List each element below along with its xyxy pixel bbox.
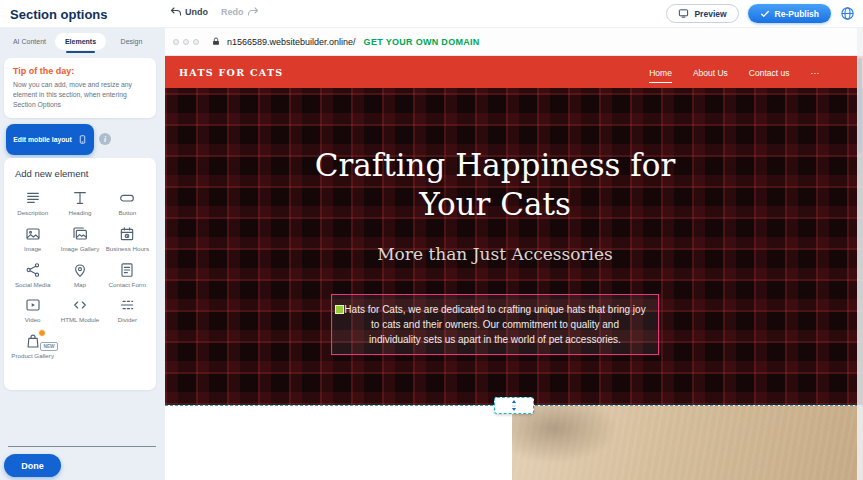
redo-button[interactable]: Redo	[221, 6, 259, 18]
info-icon[interactable]: i	[99, 133, 111, 145]
sidebar-divider	[8, 446, 156, 447]
undo-label: Undo	[185, 7, 208, 17]
button-icon	[119, 190, 135, 206]
republish-label: Re-Publish	[775, 9, 819, 19]
hero-text-element-selected[interactable]: Hats for Cats, we are dedicated to craft…	[331, 294, 659, 355]
undo-button[interactable]: Undo	[170, 6, 208, 18]
undo-icon	[170, 6, 182, 18]
element-description[interactable]: Description	[9, 188, 56, 217]
heading-icon	[72, 190, 88, 206]
new-badge-label: NEW	[40, 342, 57, 351]
description-icon	[25, 190, 41, 206]
window-dot	[193, 39, 199, 45]
sidebar: AI Content Elements Design Tip of the da…	[0, 28, 165, 480]
element-map[interactable]: Map	[56, 260, 103, 289]
nav-contact-us[interactable]: Contact us	[749, 62, 790, 82]
social-media-icon	[25, 262, 41, 278]
element-video[interactable]: Video	[9, 295, 56, 324]
element-divider[interactable]: Divider	[104, 295, 151, 324]
map-icon	[72, 262, 88, 278]
preview-label: Preview	[694, 9, 726, 19]
edit-mobile-label: Edit mobile layout	[13, 136, 72, 143]
check-icon	[760, 9, 770, 19]
tip-of-the-day-card: Tip of the day: Now you can add, move an…	[4, 58, 156, 118]
globe-icon[interactable]	[840, 6, 855, 21]
section-boundary	[165, 405, 863, 406]
monitor-icon	[678, 8, 689, 19]
scrollbar-thumb[interactable]	[858, 58, 862, 153]
page-title: Section options	[10, 7, 108, 22]
scrollbar[interactable]	[857, 28, 863, 480]
hero-subtitle[interactable]: More than Just Accessories	[377, 244, 613, 264]
preview-button[interactable]: Preview	[666, 4, 738, 23]
next-section-image[interactable]	[512, 406, 863, 480]
tip-title: Tip of the day:	[13, 66, 147, 76]
tab-elements[interactable]: Elements	[55, 33, 106, 50]
site-logo[interactable]: Hats for Cats	[179, 67, 284, 78]
hero-body-text: Hats for Cats, we are dedicated to craft…	[344, 302, 646, 347]
add-new-element-panel: Add new element Description Heading Butt…	[4, 158, 156, 390]
element-image-gallery[interactable]: Image Gallery	[56, 224, 103, 253]
nav-more-menu[interactable]: ⋯	[811, 62, 820, 82]
element-image[interactable]: Image	[9, 224, 56, 253]
top-bar-actions: Preview Re-Publish	[666, 4, 855, 23]
window-dot	[173, 39, 179, 45]
browser-address-bar: n1566589.websitebuilder.online/ GET YOUR…	[165, 28, 863, 56]
element-social-media[interactable]: Social Media	[9, 260, 56, 289]
contact-form-icon	[119, 262, 135, 278]
hero-title[interactable]: Crafting Happiness for Your Cats	[315, 146, 676, 224]
add-new-element-title: Add new element	[15, 168, 151, 179]
section-resize-handle[interactable]	[494, 397, 534, 414]
hero-title-line1: Crafting Happiness for	[315, 146, 676, 185]
history-controls: Undo Redo	[170, 6, 259, 18]
hero-content: Crafting Happiness for Your Cats More th…	[165, 88, 825, 405]
hero-title-line2: Your Cats	[315, 185, 676, 224]
redo-label: Redo	[221, 7, 244, 17]
image-gallery-icon	[72, 226, 88, 242]
tab-design[interactable]: Design	[106, 33, 157, 50]
element-product-gallery[interactable]: NEW Product Gallery	[9, 331, 56, 360]
nav-home[interactable]: Home	[649, 62, 672, 83]
phone-icon	[78, 132, 87, 147]
tab-ai-content[interactable]: AI Content	[4, 33, 55, 50]
element-grid: Description Heading Button Image Image G…	[9, 188, 151, 360]
website-builder-app: Section options Undo Redo Preview Re-Pub…	[0, 0, 863, 480]
element-contact-form[interactable]: Contact Form	[104, 260, 151, 289]
next-section[interactable]	[165, 406, 863, 480]
element-heading[interactable]: Heading	[56, 188, 103, 217]
site-preview: n1566589.websitebuilder.online/ GET YOUR…	[165, 28, 863, 480]
html-module-icon	[72, 297, 88, 313]
business-hours-icon	[119, 226, 135, 242]
site-url: n1566589.websitebuilder.online/	[227, 37, 356, 47]
hero-section[interactable]: Crafting Happiness for Your Cats More th…	[165, 88, 863, 405]
element-business-hours[interactable]: Business Hours	[104, 224, 151, 253]
sidebar-tabs: AI Content Elements Design	[4, 33, 157, 50]
element-html-module[interactable]: HTML Module	[56, 295, 103, 324]
done-button[interactable]: Done	[4, 454, 61, 477]
image-icon	[25, 226, 41, 242]
lock-icon	[211, 36, 221, 47]
edit-mobile-layout-button[interactable]: Edit mobile layout	[6, 124, 94, 155]
element-drag-handle[interactable]	[335, 305, 344, 314]
new-badge-dot	[38, 329, 46, 337]
nav-about-us[interactable]: About Us	[693, 62, 728, 82]
tip-body: Now you can add, move and resize any ele…	[13, 80, 147, 110]
site-header: Hats for Cats Home About Us Contact us ⋯	[165, 56, 863, 88]
republish-button[interactable]: Re-Publish	[748, 4, 831, 23]
redo-icon	[247, 6, 259, 18]
element-button[interactable]: Button	[104, 188, 151, 217]
video-icon	[25, 297, 41, 313]
get-domain-link[interactable]: GET YOUR OWN DOMAIN	[364, 37, 480, 47]
window-dot	[183, 39, 189, 45]
site-nav: Home About Us Contact us ⋯	[649, 62, 819, 83]
resize-arrows-icon	[509, 399, 519, 412]
divider-icon	[119, 297, 135, 313]
top-bar: Section options Undo Redo Preview Re-Pub…	[0, 0, 863, 28]
